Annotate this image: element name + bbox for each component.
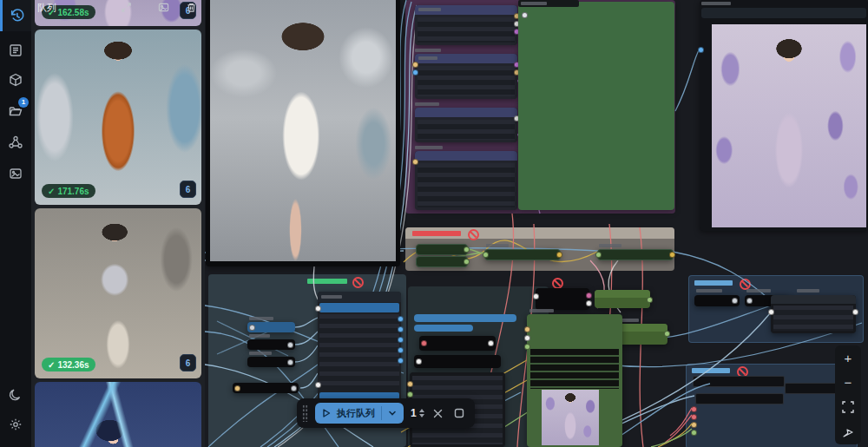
output-socket[interactable] [586, 300, 592, 306]
input-socket[interactable] [483, 252, 489, 258]
text-node[interactable] [415, 5, 517, 45]
text-node[interactable] [415, 108, 517, 142]
collapsed-node[interactable] [484, 249, 561, 260]
output-socket[interactable] [464, 247, 470, 253]
output-socket[interactable] [664, 331, 670, 337]
clear-queue-button[interactable] [431, 406, 445, 420]
select-mode-button[interactable] [838, 422, 858, 443]
collapsed-node[interactable] [536, 288, 589, 310]
input-socket[interactable] [768, 309, 774, 315]
sidebar-item-node-map[interactable] [0, 127, 31, 158]
output-socket[interactable] [556, 252, 562, 258]
expand-panel-button[interactable] [121, 2, 133, 14]
node-title-text [701, 2, 731, 5]
execute-queue-button[interactable]: 执行队列 [315, 403, 404, 424]
output-socket[interactable] [398, 358, 404, 364]
output-socket[interactable] [647, 297, 653, 303]
collapsed-node[interactable] [414, 355, 501, 368]
stepper-down-icon[interactable] [419, 414, 424, 417]
output-socket[interactable] [488, 340, 494, 346]
sidebar-item-theme-toggle[interactable] [0, 379, 31, 411]
sidebar-item-node-library[interactable] [0, 35, 31, 66]
input-socket[interactable] [524, 344, 530, 350]
queue-item[interactable]: ✓ 171.76s 6 [35, 30, 201, 205]
sidebar-item-gallery[interactable] [0, 158, 31, 189]
input-socket[interactable] [691, 414, 697, 420]
batch-count-value[interactable]: 1 [411, 407, 417, 419]
text-node[interactable] [415, 151, 517, 210]
collapsed-node[interactable] [597, 249, 674, 260]
collapsed-node[interactable] [247, 357, 295, 367]
output-count-badge[interactable]: 6 [180, 354, 196, 371]
input-socket[interactable] [416, 358, 422, 365]
clear-history-button[interactable] [186, 2, 198, 14]
queue-item[interactable]: ✓ 132.36s 6 [35, 208, 201, 378]
input-socket[interactable] [691, 406, 697, 412]
sidebar-item-settings[interactable] [0, 409, 31, 440]
drag-handle[interactable] [302, 404, 308, 422]
input-socket[interactable] [691, 430, 697, 436]
note-node[interactable] [518, 2, 674, 210]
output-count-badge[interactable]: 6 [180, 181, 196, 198]
collapsed-node[interactable] [694, 295, 740, 306]
output-socket[interactable] [287, 342, 293, 348]
input-socket[interactable] [522, 12, 528, 18]
sampler-node[interactable] [318, 292, 401, 401]
output-socket[interactable] [852, 309, 858, 315]
sidebar-item-queue-history[interactable] [0, 0, 31, 31]
node-title-text [415, 146, 443, 149]
input-socket[interactable] [698, 47, 704, 53]
input-socket[interactable] [746, 298, 753, 304]
collapsed-node[interactable] [416, 256, 468, 267]
output-socket[interactable] [398, 316, 404, 322]
preview-image-node[interactable] [206, 0, 400, 266]
input-socket[interactable] [524, 326, 530, 332]
output-socket[interactable] [398, 347, 404, 353]
output-socket[interactable] [291, 385, 297, 391]
input-socket[interactable] [407, 391, 413, 398]
input-socket[interactable] [315, 382, 321, 388]
output-socket[interactable] [732, 298, 738, 304]
gallery-view-button[interactable] [158, 2, 170, 14]
input-socket[interactable] [595, 252, 602, 258]
output-socket[interactable] [398, 337, 404, 343]
widget-field[interactable] [693, 376, 785, 387]
zoom-in-button[interactable]: + [838, 347, 858, 368]
text-node[interactable] [771, 295, 856, 333]
input-socket[interactable] [412, 159, 418, 165]
output-socket[interactable] [464, 259, 470, 265]
input-socket[interactable] [412, 69, 418, 76]
input-socket[interactable] [234, 385, 240, 391]
input-socket[interactable] [407, 381, 413, 387]
output-socket[interactable] [287, 359, 293, 365]
fit-view-button[interactable] [838, 397, 858, 417]
collapsed-node[interactable] [419, 336, 496, 351]
output-socket[interactable] [398, 326, 404, 332]
group-right-bottom[interactable] [686, 364, 858, 447]
collapsed-node[interactable] [247, 322, 295, 332]
preview-image-node[interactable] [700, 0, 868, 231]
output-socket[interactable] [586, 293, 592, 299]
widget-field[interactable] [695, 393, 784, 404]
output-socket[interactable] [669, 252, 675, 258]
input-socket[interactable] [249, 325, 255, 331]
sidebar-item-workflows[interactable]: 1 [0, 95, 31, 127]
preview-green-node[interactable] [527, 314, 622, 447]
input-socket[interactable] [524, 335, 530, 341]
input-socket[interactable] [315, 306, 321, 312]
input-socket[interactable] [421, 340, 427, 346]
input-socket[interactable] [533, 293, 539, 299]
collapsed-node[interactable] [233, 383, 299, 393]
collapsed-node[interactable] [247, 339, 295, 350]
zoom-out-button[interactable]: − [838, 372, 858, 393]
queue-item[interactable] [35, 382, 201, 447]
green-node[interactable] [595, 290, 650, 308]
sidebar-item-model-library[interactable] [0, 64, 31, 95]
stop-button[interactable] [452, 406, 466, 420]
chevron-down-icon[interactable] [388, 409, 397, 417]
text-node[interactable] [415, 54, 517, 99]
input-socket[interactable] [691, 422, 697, 428]
input-socket[interactable] [412, 62, 418, 68]
stepper-up-icon[interactable] [419, 409, 424, 412]
collapsed-node[interactable] [416, 244, 468, 255]
